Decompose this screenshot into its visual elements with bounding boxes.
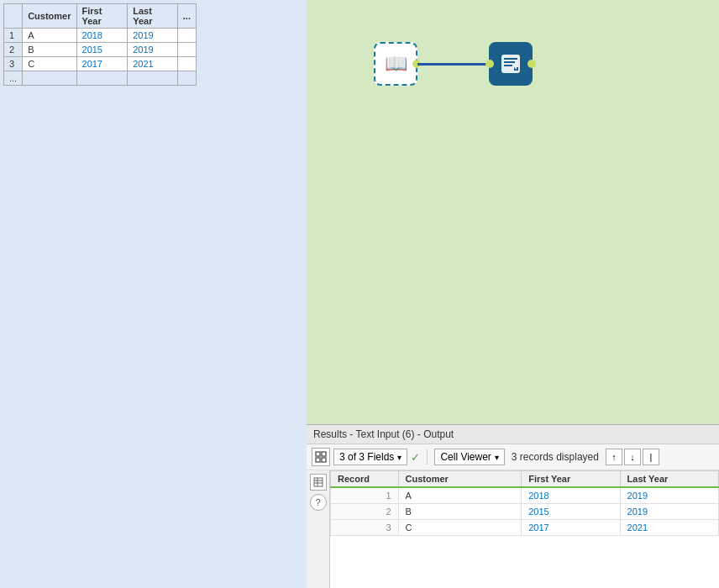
result-customer: B — [398, 504, 522, 520]
svg-rect-8 — [316, 458, 320, 462]
table-row: 1 A 2018 2019 — [4, 29, 197, 43]
result-last-year: 2019 — [620, 487, 718, 504]
row-first-year: 2017 — [76, 57, 128, 71]
left-table-container: Customer First Year Last Year ... 1 A 20… — [0, 0, 307, 89]
table-row: 2 B 2015 2019 — [4, 43, 197, 57]
row-first-year: 2018 — [76, 29, 128, 43]
table-icon — [313, 477, 323, 487]
record-num: 3 — [331, 520, 399, 536]
col-header-num — [4, 4, 23, 29]
nav-buttons: ↑ ↓ | — [606, 449, 659, 465]
node-container: 📖 — [374, 42, 533, 86]
results-side-icons: ? — [307, 470, 330, 588]
row-last-year: 2021 — [128, 57, 178, 71]
col-header-record: Record — [331, 471, 399, 488]
row-first-year: 2015 — [76, 43, 128, 57]
help-button[interactable]: ? — [310, 494, 327, 511]
table-row: 1 A 2018 2019 — [331, 487, 719, 504]
input-connector — [485, 60, 494, 68]
empty-cell — [128, 71, 178, 86]
output-connector-right — [527, 60, 536, 68]
workflow-nodes: 📖 — [374, 42, 533, 86]
right-panel: 📖 — [307, 0, 719, 588]
records-count: 3 records displayed — [512, 451, 599, 463]
result-customer: A — [398, 487, 522, 504]
scroll-down-button[interactable]: ↓ — [624, 449, 641, 465]
results-table-container: Record Customer First Year Last Year 1 A… — [330, 470, 719, 588]
separator — [427, 449, 428, 465]
row-last-year: 2019 — [128, 29, 178, 43]
result-first-year: 2015 — [522, 504, 620, 520]
table-row: 3 C 2017 2021 — [4, 57, 197, 71]
empty-cell — [23, 71, 76, 86]
col-header-last-year: Last Year — [620, 471, 718, 488]
col-header-last-year: Last Year — [128, 4, 178, 29]
canvas-area: 📖 — [307, 0, 719, 424]
col-header-first-year: First Year — [522, 471, 620, 488]
row-customer: A — [23, 29, 76, 43]
result-last-year: 2021 — [620, 520, 718, 536]
svg-rect-9 — [322, 458, 326, 462]
cell-viewer-label: Cell Viewer — [440, 451, 491, 463]
result-first-year: 2018 — [522, 487, 620, 504]
table-row-empty: ... — [4, 71, 197, 86]
result-customer: C — [398, 520, 522, 536]
result-last-year: 2019 — [620, 504, 718, 520]
col-header-customer: Customer — [23, 4, 76, 29]
empty-cell — [76, 71, 128, 86]
cell-viewer-arrow: ▾ — [495, 453, 499, 462]
row-num: 2 — [4, 43, 23, 57]
results-data-table: Record Customer First Year Last Year 1 A… — [330, 470, 719, 536]
record-num: 1 — [331, 487, 399, 504]
table-row: 3 C 2017 2021 — [331, 520, 719, 536]
col-header-customer: Customer — [398, 471, 522, 488]
row-customer: C — [23, 57, 76, 71]
svg-rect-7 — [322, 452, 326, 456]
results-toolbar: 3 of 3 Fields ▾ ✓ Cell Viewer ▾ 3 record… — [307, 444, 719, 470]
grid-icon — [315, 451, 327, 463]
row-num: 1 — [4, 29, 23, 43]
record-num: 2 — [331, 504, 399, 520]
dropdown-arrow: ▾ — [397, 453, 401, 462]
fields-dropdown[interactable]: 3 of 3 Fields ▾ — [333, 449, 407, 465]
more-options-button[interactable]: | — [643, 449, 659, 465]
col-header-more: ... — [177, 4, 196, 29]
left-panel: Customer First Year Last Year ... 1 A 20… — [0, 0, 307, 588]
grid-view-button[interactable] — [312, 448, 330, 466]
row-customer: B — [23, 43, 76, 57]
output-node[interactable] — [489, 42, 533, 86]
svg-rect-6 — [316, 452, 320, 456]
row-num: 3 — [4, 57, 23, 71]
empty-cell — [177, 71, 196, 86]
sort-icon — [500, 53, 522, 75]
connector-line — [417, 63, 489, 66]
check-icon: ✓ — [411, 451, 420, 464]
row-last-year: 2019 — [128, 43, 178, 57]
col-header-first-year: First Year — [76, 4, 128, 29]
results-panel: Results - Text Input (6) - Output 3 of 3… — [307, 424, 719, 588]
results-body: ? Record Customer First Year Last Year — [307, 470, 719, 588]
empty-cell: ... — [4, 71, 23, 86]
scroll-up-button[interactable]: ↑ — [606, 449, 622, 465]
table-view-button[interactable] — [310, 474, 327, 491]
left-data-table: Customer First Year Last Year ... 1 A 20… — [3, 3, 197, 86]
fields-label: 3 of 3 Fields — [339, 451, 394, 463]
row-extra — [177, 57, 196, 71]
input-node[interactable]: 📖 — [374, 42, 417, 86]
row-extra — [177, 29, 196, 43]
result-first-year: 2017 — [522, 520, 620, 536]
results-title: Results - Text Input (6) - Output — [313, 428, 454, 440]
results-header: Results - Text Input (6) - Output — [307, 425, 719, 444]
book-icon: 📖 — [385, 53, 407, 75]
table-row: 2 B 2015 2019 — [331, 504, 719, 520]
cell-viewer-dropdown[interactable]: Cell Viewer ▾ — [434, 449, 504, 465]
svg-rect-10 — [314, 478, 323, 486]
row-extra — [177, 43, 196, 57]
